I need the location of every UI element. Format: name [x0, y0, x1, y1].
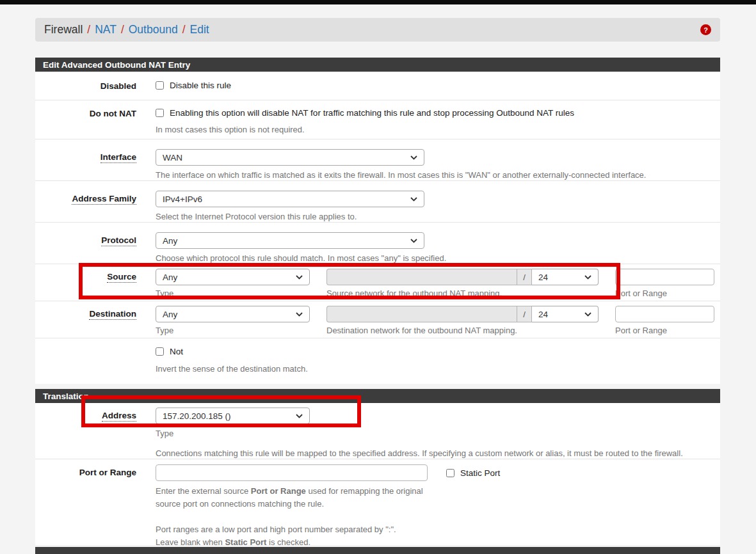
breadcrumb: Firewall / NAT / Outbound / Edit ?	[35, 18, 720, 42]
destination-type-select-value: Any	[163, 310, 177, 319]
row-source: Source Any / 24	[35, 264, 720, 301]
row-address-family: Address Family IPv4+IPv6 Select the Inte…	[35, 181, 720, 223]
disabled-checkbox-row: Disable this rule	[156, 81, 720, 90]
interface-select-value: WAN	[163, 153, 182, 162]
static-port-checkbox-label: Static Port	[460, 468, 500, 478]
translation-address-sublabel: Type	[156, 429, 720, 438]
chevron-down-icon	[584, 312, 591, 317]
not-checkbox-row: Not	[156, 347, 720, 356]
breadcrumb-separator: /	[121, 23, 124, 36]
do-not-nat-checkbox[interactable]	[156, 109, 164, 117]
destination-network-help: Destination network for the outbound NAT…	[326, 326, 599, 335]
field-label-address: Address	[35, 403, 136, 459]
panel-heading	[35, 547, 720, 554]
address-family-help: Select the Internet Protocol version thi…	[156, 210, 720, 223]
destination-port-sublabel: Port or Range	[615, 326, 714, 335]
destination-mask-separator: /	[517, 306, 532, 322]
source-mask-select-value: 24	[538, 273, 548, 282]
not-help: Invert the sense of the destination matc…	[156, 363, 720, 376]
chevron-down-icon	[410, 155, 417, 160]
source-mask-select[interactable]: 24	[532, 269, 599, 285]
breadcrumb-firewall: Firewall	[44, 23, 83, 36]
do-not-nat-help: In most cases this option is not require…	[156, 123, 720, 136]
field-label-source: Source	[35, 264, 136, 301]
destination-network-input	[326, 306, 517, 322]
address-family-select-value: IPv4+IPv6	[163, 194, 202, 204]
disabled-checkbox-label: Disable this rule	[170, 81, 231, 90]
field-label-address-family: Address Family	[35, 181, 136, 222]
interface-select[interactable]: WAN	[156, 149, 424, 166]
chevron-down-icon	[296, 414, 303, 418]
interface-help: The interface on which traffic is matche…	[156, 169, 720, 182]
disabled-checkbox[interactable]	[156, 81, 164, 90]
row-not: Not Invert the sense of the destination …	[35, 338, 720, 384]
translation-port-input[interactable]	[156, 464, 428, 481]
translation-address-select-value: 157.20.200.185 ()	[163, 411, 231, 421]
field-label-destination: Destination	[35, 301, 136, 338]
panel-heading: Translation	[35, 389, 720, 403]
chevron-down-icon	[296, 312, 303, 317]
source-type-select-value: Any	[163, 273, 177, 282]
translation-address-help: Connections matching this rule will be m…	[156, 447, 720, 460]
panel-heading: Edit Advanced Outbound NAT Entry	[35, 58, 720, 72]
source-port-input[interactable]	[615, 269, 714, 285]
protocol-help: Choose which protocol this rule should m…	[156, 252, 720, 265]
destination-port-input[interactable]	[615, 306, 714, 322]
row-do-not-nat: Do not NAT Enabling this option will dis…	[35, 100, 720, 139]
destination-network-group: / 24	[326, 306, 599, 322]
chevron-down-icon	[410, 239, 417, 243]
panel-next-section-partial	[35, 547, 720, 554]
row-destination: Destination Any / 24	[35, 301, 720, 338]
field-label-interface: Interface	[35, 139, 136, 180]
destination-mask-select-value: 24	[538, 310, 548, 319]
field-label-disabled: Disabled	[35, 72, 136, 100]
source-network-input	[326, 269, 517, 285]
field-label-do-not-nat: Do not NAT	[35, 100, 136, 139]
chevron-down-icon	[296, 275, 303, 280]
source-network-group: / 24	[326, 269, 599, 285]
not-checkbox-label: Not	[170, 347, 183, 356]
row-translation-address: Address 157.20.200.185 () Type Connectio…	[35, 403, 720, 459]
breadcrumb-separator: /	[87, 23, 90, 36]
do-not-nat-checkbox-row: Enabling this option will disable NAT fo…	[156, 108, 720, 118]
source-type-sublabel: Type	[156, 289, 310, 298]
panel-translation: Translation Address 157.20.200.185 () Ty…	[35, 389, 720, 545]
source-network-help: Source network for the outbound NAT mapp…	[326, 289, 599, 298]
chevron-down-icon	[410, 197, 417, 202]
row-interface: Interface WAN The interface on which tra…	[35, 139, 720, 181]
static-port-checkbox[interactable]	[446, 469, 454, 477]
do-not-nat-checkbox-label: Enabling this option will disable NAT fo…	[170, 108, 574, 118]
source-mask-separator: /	[517, 269, 532, 285]
translation-port-help-2: Port ranges are a low port and high port…	[156, 523, 720, 549]
translation-port-help-1: Enter the external source Port or Range …	[156, 485, 442, 510]
field-label-empty	[35, 338, 136, 384]
breadcrumb-separator: /	[182, 23, 186, 36]
not-checkbox[interactable]	[156, 347, 164, 356]
row-disabled: Disabled Disable this rule	[35, 72, 720, 100]
panel-title: Translation	[43, 392, 89, 401]
translation-address-select[interactable]: 157.20.200.185 ()	[156, 408, 310, 424]
nat-outbound-edit-page: Firewall / NAT / Outbound / Edit ? Edit …	[0, 0, 756, 554]
source-port-sublabel: Port or Range	[615, 289, 714, 298]
protocol-select-value: Any	[163, 236, 177, 246]
address-family-select[interactable]: IPv4+IPv6	[156, 191, 424, 207]
source-type-select[interactable]: Any	[156, 269, 310, 285]
panel-edit-advanced-outbound-nat: Edit Advanced Outbound NAT Entry Disable…	[35, 58, 720, 384]
breadcrumb-link-outbound[interactable]: Outbound	[129, 23, 178, 36]
row-protocol: Protocol Any Choose which protocol this …	[35, 223, 720, 264]
destination-type-sublabel: Type	[156, 326, 310, 335]
panel-title: Edit Advanced Outbound NAT Entry	[43, 60, 190, 70]
translation-port-help-ranges: Port ranges are a low port and high port…	[156, 523, 720, 536]
field-label-protocol: Protocol	[35, 223, 136, 264]
chevron-down-icon	[584, 275, 591, 280]
static-port-checkbox-row: Static Port	[446, 468, 500, 478]
breadcrumb-link-nat[interactable]: NAT	[95, 23, 117, 36]
protocol-select[interactable]: Any	[156, 232, 424, 249]
destination-mask-select[interactable]: 24	[532, 306, 599, 322]
field-label-port-or-range: Port or Range	[35, 459, 136, 545]
destination-type-select[interactable]: Any	[156, 306, 310, 322]
row-translation-port: Port or Range Static Port Enter the exte…	[35, 459, 720, 545]
top-navbar-edge	[0, 0, 756, 4]
breadcrumb-link-edit[interactable]: Edit	[190, 23, 209, 36]
question-mark-icon[interactable]: ?	[700, 24, 711, 35]
